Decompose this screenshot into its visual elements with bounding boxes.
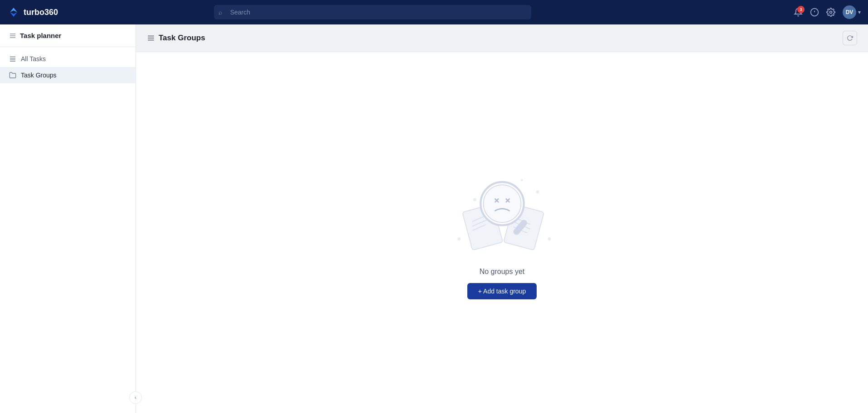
page-title: Task Groups: [159, 34, 205, 43]
svg-point-34: [520, 179, 523, 181]
refresh-icon: [847, 35, 853, 41]
sidebar-nav: All Tasks Task Groups: [0, 47, 136, 413]
app-header: turbo360 ⌕ 3 DV: [0, 0, 868, 24]
svg-point-32: [548, 237, 551, 240]
app-name: turbo360: [24, 8, 58, 17]
chevron-down-icon: ▾: [858, 9, 861, 15]
sidebar-item-all-tasks-label: All Tasks: [21, 55, 46, 62]
empty-message: No groups yet: [480, 268, 525, 276]
notification-badge: 3: [797, 6, 805, 13]
empty-illustration: [443, 166, 561, 257]
search-bar: ⌕: [214, 5, 531, 19]
sidebar-collapse-button[interactable]: ‹: [129, 391, 142, 404]
main-content: Task Groups: [136, 24, 868, 413]
page-header: Task Groups: [136, 24, 868, 52]
logo-icon: [7, 6, 20, 19]
layout: Task planner All Tasks Task Groups ‹: [0, 24, 868, 413]
page-title-icon: [147, 34, 155, 42]
notifications-button[interactable]: 3: [794, 8, 803, 17]
search-input[interactable]: [214, 5, 531, 19]
sidebar-item-task-groups[interactable]: Task Groups: [0, 67, 136, 83]
add-task-group-label: + Add task group: [478, 288, 526, 295]
alerts-button[interactable]: [810, 8, 819, 17]
svg-point-30: [473, 198, 476, 201]
user-menu[interactable]: DV ▾: [843, 5, 861, 19]
sidebar-item-task-groups-label: Task Groups: [21, 72, 57, 79]
svg-point-23: [483, 185, 521, 222]
svg-point-3: [829, 11, 832, 14]
search-icon: ⌕: [218, 9, 222, 16]
sidebar-title: Task planner: [20, 32, 61, 39]
sidebar: Task planner All Tasks Task Groups ‹: [0, 24, 136, 413]
empty-state: No groups yet + Add task group: [443, 166, 561, 299]
header-actions: 3 DV ▾: [794, 5, 861, 19]
page-title-area: Task Groups: [147, 34, 205, 43]
add-task-group-button[interactable]: + Add task group: [467, 283, 537, 299]
task-planner-icon: [9, 32, 16, 39]
svg-point-33: [457, 237, 461, 240]
content-area: No groups yet + Add task group: [136, 52, 868, 413]
avatar: DV: [843, 5, 856, 19]
all-tasks-icon: [9, 55, 16, 62]
task-groups-icon: [9, 72, 16, 79]
sidebar-header: Task planner: [0, 24, 136, 47]
settings-button[interactable]: [826, 8, 835, 17]
refresh-button[interactable]: [843, 31, 857, 45]
logo-area: turbo360: [7, 6, 80, 19]
sidebar-item-all-tasks[interactable]: All Tasks: [0, 51, 136, 67]
svg-point-31: [536, 190, 539, 193]
